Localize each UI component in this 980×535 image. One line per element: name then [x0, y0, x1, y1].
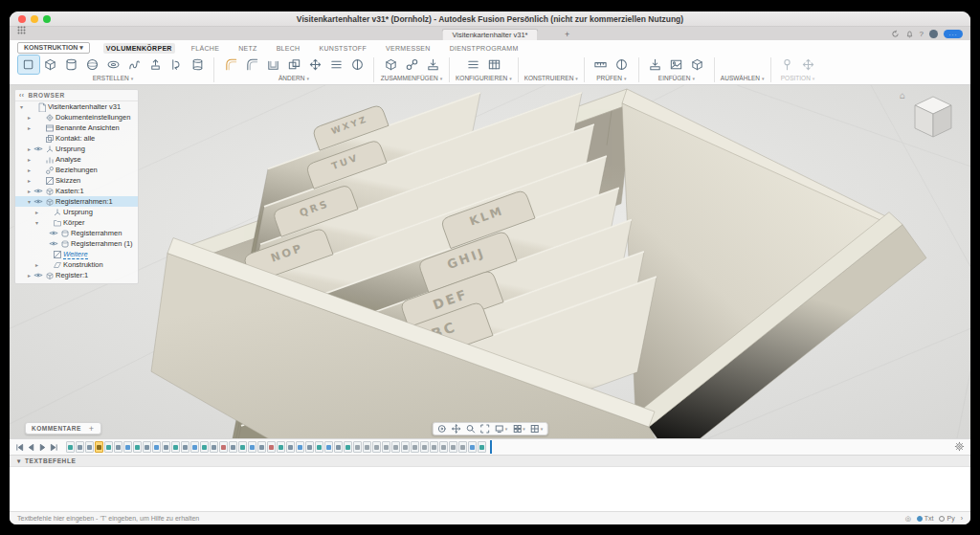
- viewport-canvas[interactable]: WXYZTUVQRSNOPKLMGHIJDEFABC: [10, 85, 970, 438]
- timeline-feature-sketch[interactable]: [171, 441, 180, 453]
- timeline-feature-extrude[interactable]: [305, 441, 314, 453]
- timeline-feature-pattern[interactable]: [363, 441, 371, 453]
- combine-tool-button[interactable]: [283, 56, 304, 74]
- timeline-feature-fillet[interactable]: [296, 441, 304, 453]
- browser-tree-item[interactable]: ▸Analyse: [15, 154, 138, 165]
- tree-chevron-icon[interactable]: ▸: [26, 272, 33, 279]
- move-tool-button[interactable]: [798, 56, 819, 74]
- timeline-feature-pattern[interactable]: [458, 441, 467, 453]
- timeline-position-marker[interactable]: [490, 440, 492, 454]
- timeline-feature-sketch[interactable]: [344, 441, 352, 453]
- timeline-feature-selected[interactable]: [95, 441, 103, 453]
- measure-tool-button[interactable]: [590, 56, 612, 74]
- ribbon-group-label[interactable]: ÄNDERN▾: [278, 75, 309, 81]
- bell-icon[interactable]: [905, 30, 914, 38]
- tree-chevron-icon[interactable]: ▸: [26, 167, 33, 173]
- timeline-feature-fillet[interactable]: [123, 441, 132, 453]
- new-tab-button[interactable]: +: [565, 30, 569, 39]
- orbit-tool-icon[interactable]: [437, 424, 447, 434]
- viewcube[interactable]: ⌂: [902, 90, 963, 147]
- ribbon-group-label[interactable]: PRÜFEN▾: [596, 75, 626, 81]
- sketchpen-tool-button[interactable]: [18, 56, 39, 74]
- add-comment-button[interactable]: +: [89, 424, 95, 434]
- text-commands-console[interactable]: [10, 466, 970, 511]
- timeline-feature-extrude[interactable]: [85, 441, 94, 453]
- browser-tree-item[interactable]: ▾Registerrahmen:1: [15, 196, 138, 207]
- timeline-feature-sketch[interactable]: [478, 441, 486, 453]
- timeline-feature-pattern[interactable]: [372, 441, 381, 453]
- timeline-settings-icon[interactable]: [954, 438, 965, 456]
- timeline-feature-pattern[interactable]: [420, 441, 429, 453]
- help-icon[interactable]: ?: [920, 30, 924, 38]
- ribbon-tab-netz[interactable]: NETZ: [235, 43, 259, 54]
- browser-tree-item[interactable]: ▸Konstruktion: [15, 259, 138, 270]
- timeline-feature-extrude[interactable]: [210, 441, 218, 453]
- coil-tool-button[interactable]: [123, 56, 145, 74]
- mode-toggle-txt[interactable]: Txt: [917, 515, 934, 522]
- fillet-tool-button[interactable]: [220, 56, 241, 74]
- sliders-tool-button[interactable]: [462, 56, 483, 74]
- browser-tree-item[interactable]: ▸Dokumenteinstellungen: [15, 112, 138, 123]
- tree-chevron-icon[interactable]: ▸: [26, 177, 33, 184]
- ribbon-group-label[interactable]: ZUSAMMENFÜGEN▾: [381, 75, 442, 81]
- timeline-feature-fillet[interactable]: [468, 441, 477, 453]
- tree-chevron-icon[interactable]: ▸: [26, 124, 33, 131]
- viewport-3d[interactable]: WXYZTUVQRSNOPKLMGHIJDEFABC ‹‹ BROWSER ▾V…: [10, 85, 970, 438]
- browser-tree-item[interactable]: Weitere: [15, 249, 138, 259]
- insert-tool-button[interactable]: [645, 56, 666, 74]
- document-tab[interactable]: Visitenkartenhalter v31*: [441, 29, 538, 40]
- loft-tool-button[interactable]: [187, 56, 208, 74]
- comments-bar[interactable]: KOMMENTARE +: [25, 422, 101, 435]
- browser-tree-item[interactable]: ▾Körper: [15, 217, 138, 228]
- fillet-tool-button[interactable]: [241, 56, 262, 74]
- timeline-feature-fillet[interactable]: [190, 441, 199, 453]
- pan-tool-icon[interactable]: [452, 424, 461, 434]
- tree-chevron-icon[interactable]: ▸: [26, 145, 33, 152]
- visibility-eye-icon[interactable]: [33, 145, 44, 152]
- timeline-feature-pattern[interactable]: [439, 441, 448, 453]
- home-view-icon[interactable]: ⌂: [900, 90, 905, 100]
- timeline-feature-extrude[interactable]: [181, 441, 189, 453]
- display-tool-icon[interactable]: ▾: [495, 424, 508, 434]
- tree-chevron-icon[interactable]: ▸: [26, 156, 33, 163]
- pin-tool-button[interactable]: [777, 56, 798, 74]
- extrude-tool-button[interactable]: [145, 56, 166, 74]
- zoom-tool-icon[interactable]: [466, 424, 476, 434]
- grid-tool-icon[interactable]: ▾: [512, 424, 525, 434]
- timeline-feature-sketch[interactable]: [104, 441, 113, 453]
- ribbon-group-label[interactable]: AUSWÄHLEN▾: [721, 75, 765, 81]
- plane-tool-button[interactable]: [551, 56, 572, 74]
- tree-chevron-icon[interactable]: ▸: [33, 209, 40, 215]
- tree-chevron-icon[interactable]: ▾: [18, 103, 25, 110]
- ribbon-tab-vermessen[interactable]: VERMESSEN: [383, 43, 434, 54]
- timeline-feature-extrude[interactable]: [229, 441, 237, 453]
- play-button[interactable]: [38, 438, 47, 456]
- visibility-eye-icon[interactable]: [33, 272, 44, 279]
- step-back-button[interactable]: [27, 438, 35, 456]
- timeline-feature-sketch[interactable]: [133, 441, 142, 453]
- ribbon-group-label[interactable]: POSITION▾: [781, 75, 815, 81]
- ribbon-tab-volumenkörper[interactable]: VOLUMENKÖRPER: [103, 43, 175, 54]
- timeline-feature-extrude[interactable]: [257, 441, 266, 453]
- cube-tool-button[interactable]: [39, 56, 60, 74]
- ribbon-group-label[interactable]: KONSTRUIEREN▾: [524, 75, 578, 81]
- timeline-feature-extrude[interactable]: [114, 441, 122, 453]
- ribbon-tab-blech[interactable]: BLECH: [274, 43, 303, 54]
- visibility-eye-icon[interactable]: [48, 230, 59, 236]
- timeline-feature-extrude[interactable]: [162, 441, 170, 453]
- viewports-tool-icon[interactable]: ▾: [530, 424, 544, 434]
- skip-to-start-button[interactable]: [15, 438, 24, 456]
- browser-tree-item[interactable]: ▾Visitenkartenhalter v31: [15, 101, 138, 112]
- timeline-feature-extrude[interactable]: [143, 441, 151, 453]
- shell-tool-button[interactable]: [262, 56, 283, 74]
- ribbon-tab-fläche[interactable]: FLÄCHE: [189, 43, 222, 54]
- visibility-eye-icon[interactable]: [33, 188, 44, 194]
- timeline-feature-pattern[interactable]: [391, 441, 400, 453]
- timeline-feature-sketch[interactable]: [277, 441, 285, 453]
- table-tool-button[interactable]: [483, 56, 504, 74]
- insert-tool-button[interactable]: [422, 56, 443, 74]
- collapse-panel-icon[interactable]: ‹‹: [19, 92, 25, 99]
- timeline-feature-extrude[interactable]: [76, 441, 84, 453]
- text-commands-header[interactable]: ▾ TEXTBEFEHLE: [10, 455, 970, 466]
- browser-tree-item[interactable]: ▸Benannte Ansichten: [15, 123, 138, 133]
